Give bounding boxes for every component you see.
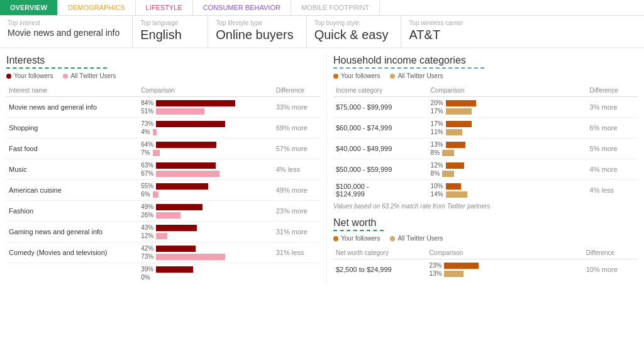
household-followers-dot: [333, 74, 338, 79]
table-row: Shopping 73% 4% 69% more: [6, 118, 320, 139]
bar-nw-all-twitter: [444, 271, 464, 277]
bar-all-twitter: [153, 150, 160, 156]
summary-interest-label: Top interest: [8, 20, 119, 26]
summary-bar: Top interest Movie news and general info…: [0, 16, 644, 48]
household-all-twitter-dot: [390, 74, 395, 79]
networth-comparison: 23% 13%: [426, 259, 583, 280]
bar-income-followers: [446, 162, 464, 169]
bar-all-twitter: [156, 212, 180, 218]
bar-all-twitter: [156, 171, 219, 177]
interest-comparison: 43% 12%: [138, 222, 274, 242]
interests-panel: Interests Your followers All Twitter Use…: [0, 55, 327, 283]
income-comparison: 20% 17%: [428, 97, 587, 118]
nav-tab-lifestyle[interactable]: LIFESTYLE: [136, 0, 193, 15]
summary-carrier: Top wireless carrier AT&T: [401, 16, 477, 47]
bar-all-twitter: [153, 191, 158, 198]
table-row: Comedy (Movies and television) 42% 73% 3…: [6, 242, 320, 263]
summary-buying: Top buying style Quick & easy: [307, 16, 402, 47]
interest-name: Fast food: [6, 139, 138, 159]
bar-followers: [156, 142, 216, 148]
summary-lifestyle-label: Top lifestyle type: [216, 20, 293, 26]
interest-difference: 31% more: [274, 222, 320, 242]
legend-followers: Your followers: [6, 72, 53, 79]
table-row: Fast food 64% 7% 57% more: [6, 139, 320, 159]
interest-comparison: 84% 51%: [138, 97, 274, 118]
household-title: Household income categories: [333, 55, 638, 66]
table-row: Fashion 49% 26% 23% more: [6, 201, 320, 222]
table-row: $75,000 - $99,999 20% 17% 3% more: [333, 97, 638, 118]
bar-followers: [156, 266, 193, 273]
summary-interest: Top interest Movie news and general info: [0, 16, 133, 47]
income-name: $100,000 - $124,999: [333, 180, 428, 201]
summary-carrier-value: AT&T: [409, 28, 464, 42]
bar-followers: [156, 162, 216, 169]
table-row: American cuisine 55% 6% 49% more: [6, 180, 320, 201]
bar-all-twitter: [156, 254, 225, 260]
legend-all-twitter: All Twitter Users: [63, 72, 116, 79]
table-row: $100,000 - $124,999 10% 14% 4% less: [333, 180, 638, 201]
summary-language: Top language English: [133, 16, 208, 47]
bar-all-twitter: [153, 129, 157, 135]
col-networth-diff: Difference: [584, 247, 638, 259]
income-difference: 4% less: [587, 180, 638, 201]
interest-comparison: 73% 4%: [138, 118, 274, 139]
income-difference: 3% more: [587, 97, 638, 118]
table-row: 39% 0%: [6, 263, 320, 284]
interest-difference: [274, 263, 320, 284]
bar-income-all-twitter: [446, 108, 472, 115]
summary-buying-value: Quick & easy: [314, 28, 389, 42]
all-twitter-dot: [63, 74, 68, 79]
networth-legend-followers: Your followers: [333, 235, 380, 242]
right-panel: Household income categories Your followe…: [327, 55, 644, 283]
household-table: Income category Comparison Difference $7…: [333, 84, 638, 200]
nav-tab-mobile[interactable]: MOBILE FOOTPRINT: [291, 0, 380, 15]
interest-name: American cuisine: [6, 180, 138, 201]
networth-legend-all-twitter: All Twitter Users: [390, 235, 443, 242]
networth-table: Net worth category Comparison Difference…: [333, 247, 638, 280]
interest-comparison: 55% 6%: [138, 180, 274, 201]
summary-language-value: English: [140, 28, 195, 42]
interests-title: Interests: [6, 55, 320, 66]
bar-income-all-twitter: [442, 171, 454, 177]
household-legend-all-twitter: All Twitter Users: [390, 72, 443, 79]
household-underline: [333, 67, 484, 69]
table-row: $50,000 - $59,999 12% 8% 4% more: [333, 159, 638, 180]
interest-comparison: 49% 26%: [138, 201, 274, 222]
bar-all-twitter: [156, 233, 167, 239]
household-followers-label: Your followers: [341, 72, 380, 79]
networth-followers-dot: [333, 236, 338, 241]
income-name: $50,000 - $59,999: [333, 159, 428, 180]
interest-name: Comedy (Movies and television): [6, 242, 138, 263]
income-name: $40,000 - $49,999: [333, 139, 428, 159]
interest-comparison: 64% 7%: [138, 139, 274, 159]
bar-income-all-twitter: [442, 150, 454, 156]
interest-name: Movie news and general info: [6, 97, 138, 118]
all-twitter-label: All Twitter Users: [70, 72, 116, 79]
bar-followers: [156, 225, 197, 231]
networth-followers-label: Your followers: [341, 235, 380, 242]
bar-income-followers: [446, 142, 465, 148]
interest-name: [6, 263, 138, 284]
interest-comparison: 42% 73%: [138, 242, 274, 263]
main-content: Interests Your followers All Twitter Use…: [0, 48, 644, 290]
summary-language-label: Top language: [140, 20, 195, 26]
table-row: Gaming news and general info 43% 12% 31%…: [6, 222, 320, 242]
household-legend: Your followers All Twitter Users: [333, 72, 638, 79]
col-income-diff: Difference: [587, 84, 638, 97]
nav-tab-demographics[interactable]: DEMOGRAPHICS: [58, 0, 135, 15]
summary-lifestyle-value: Online buyers: [216, 28, 293, 42]
interest-difference: 69% more: [274, 118, 320, 139]
nav-tab-overview[interactable]: OVERVIEW: [0, 0, 58, 15]
bar-income-all-twitter: [446, 191, 467, 198]
bar-income-followers: [446, 183, 461, 190]
table-row: $40,000 - $49,999 13% 8% 5% more: [333, 139, 638, 159]
summary-lifestyle: Top lifestyle type Online buyers: [208, 16, 306, 47]
col-income-cat: Income category: [333, 84, 428, 97]
interest-name: Fashion: [6, 201, 138, 222]
bar-followers: [156, 121, 225, 127]
interest-name: Music: [6, 159, 138, 180]
networth-legend: Your followers All Twitter Users: [333, 235, 638, 242]
nav-tab-consumer[interactable]: CONSUMER BEHAVIOR: [193, 0, 291, 15]
col-income-comparison: Comparison: [428, 84, 587, 97]
interests-table: Interest name Comparison Difference Movi…: [6, 84, 320, 283]
